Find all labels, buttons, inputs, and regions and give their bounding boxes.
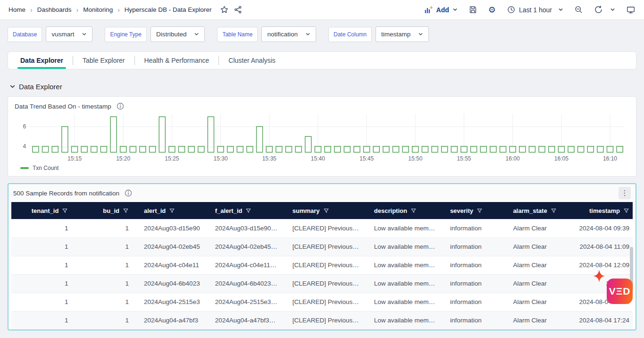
add-panel-button[interactable]: Add: [424, 5, 458, 15]
breadcrumb-item-home[interactable]: Home: [8, 6, 25, 13]
chart-bar[interactable]: [315, 146, 321, 152]
chart-bar[interactable]: [276, 146, 282, 152]
breadcrumb-item-dashboards[interactable]: Dashboards: [37, 6, 72, 13]
share-icon[interactable]: [234, 5, 243, 14]
column-header-description[interactable]: description: [367, 202, 443, 219]
column-header-severity[interactable]: severity: [443, 202, 506, 219]
kebab-menu-icon[interactable]: ⋮: [619, 187, 631, 199]
column-header-bu-id[interactable]: bu_id: [75, 202, 136, 219]
chart-bar[interactable]: [227, 146, 234, 152]
chart-bar[interactable]: [558, 146, 564, 152]
chart-bar[interactable]: [325, 146, 331, 152]
chart-bar[interactable]: [159, 117, 165, 152]
chart-bar[interactable]: [208, 117, 214, 152]
tab-data-explorer[interactable]: Data Explorer: [13, 52, 71, 69]
chart-bar[interactable]: [198, 146, 204, 152]
chart-bar[interactable]: [217, 146, 224, 152]
info-icon[interactable]: [125, 189, 132, 197]
chart-bar[interactable]: [247, 146, 253, 152]
chart-bar[interactable]: [100, 146, 107, 152]
chart-bar[interactable]: [412, 146, 418, 152]
chart-bar[interactable]: [383, 146, 389, 152]
chart-bar[interactable]: [568, 146, 574, 152]
refresh-interval-chevron-icon[interactable]: [610, 7, 615, 12]
chart-bar[interactable]: [120, 146, 126, 152]
chart-bar[interactable]: [305, 136, 311, 152]
gear-icon[interactable]: ⚙: [488, 6, 496, 14]
chart-bar[interactable]: [490, 146, 496, 152]
chart-bar[interactable]: [130, 146, 136, 152]
chart-bar[interactable]: [519, 146, 526, 152]
chart-bar[interactable]: [178, 146, 184, 152]
time-range-selector[interactable]: Last 1 hour: [507, 5, 563, 14]
filter-funnel-icon[interactable]: [551, 208, 557, 214]
chart-bar[interactable]: [33, 146, 39, 152]
filter-dropdown-date-column[interactable]: timestamp: [376, 26, 429, 42]
favorite-star-icon[interactable]: [220, 5, 229, 14]
chart-bar[interactable]: [344, 146, 350, 152]
chart-bar[interactable]: [442, 146, 448, 152]
tab-health-performance[interactable]: Health & Performance: [137, 52, 217, 69]
breadcrumb-item-monitoring[interactable]: Monitoring: [83, 6, 113, 13]
column-header-summary[interactable]: summary: [285, 202, 367, 219]
chart-bar[interactable]: [42, 146, 49, 152]
column-header-timestamp[interactable]: timestamp: [571, 202, 633, 219]
column-header-f-alert-id[interactable]: f_alert_id: [208, 202, 285, 219]
chart-bar[interactable]: [150, 146, 156, 152]
chart-bar[interactable]: [432, 146, 438, 152]
chart-bar[interactable]: [510, 146, 516, 152]
tab-cluster-analysis[interactable]: Cluster Analysis: [221, 52, 283, 69]
chart-bar[interactable]: [285, 146, 292, 152]
section-toggle-data-explorer[interactable]: Data Explorer: [9, 83, 636, 91]
filter-funnel-icon[interactable]: [123, 208, 129, 214]
chart-legend-txn-count[interactable]: Txn Count: [20, 165, 629, 171]
chart-bar[interactable]: [71, 146, 77, 152]
chart-bar[interactable]: [354, 146, 360, 152]
column-header-tenant-id[interactable]: tenant_id: [11, 202, 75, 219]
column-header-alarm-state[interactable]: alarm_state: [505, 202, 571, 219]
filter-dropdown-table-name[interactable]: notification: [261, 26, 316, 42]
chart-bar[interactable]: [529, 146, 535, 152]
chart-bar[interactable]: [110, 117, 117, 152]
filter-funnel-icon[interactable]: [169, 208, 175, 214]
txn-count-bar-chart[interactable]: 4615:1515:2015:2515:3015:3515:4015:4515:…: [15, 113, 629, 164]
chart-bar[interactable]: [539, 146, 545, 152]
tab-table-explorer[interactable]: Table Explorer: [75, 52, 133, 69]
chart-bar[interactable]: [480, 146, 486, 152]
chart-bar[interactable]: [257, 127, 263, 152]
chart-bar[interactable]: [335, 146, 341, 152]
chart-bar[interactable]: [373, 146, 379, 152]
chart-bar[interactable]: [91, 146, 97, 152]
chart-bar[interactable]: [471, 146, 477, 152]
chart-bar[interactable]: [169, 146, 175, 152]
chart-bar[interactable]: [364, 146, 370, 152]
chart-bar[interactable]: [237, 146, 243, 152]
info-icon[interactable]: [117, 102, 124, 110]
chart-bar[interactable]: [451, 146, 457, 152]
chart-bar[interactable]: [295, 146, 301, 152]
chart-bar[interactable]: [587, 146, 594, 152]
filter-funnel-icon[interactable]: [245, 208, 251, 214]
zoom-out-icon[interactable]: [574, 5, 583, 14]
chart-bar[interactable]: [266, 146, 272, 152]
filter-funnel-icon[interactable]: [410, 208, 417, 214]
filter-dropdown-engine-type[interactable]: Distributed: [151, 26, 205, 42]
column-header-alert-id[interactable]: alert_id: [136, 202, 208, 219]
filter-funnel-icon[interactable]: [623, 208, 629, 214]
chart-bar[interactable]: [549, 146, 555, 152]
filter-funnel-icon[interactable]: [62, 208, 68, 214]
chart-bar[interactable]: [140, 146, 146, 152]
chart-bar[interactable]: [393, 146, 399, 152]
chart-bar[interactable]: [597, 146, 603, 152]
chart-bar[interactable]: [81, 146, 87, 152]
filter-funnel-icon[interactable]: [477, 208, 483, 214]
chart-bar[interactable]: [188, 146, 194, 152]
chart-bar[interactable]: [461, 146, 467, 152]
chart-bar[interactable]: [578, 146, 584, 152]
chart-bar[interactable]: [422, 146, 428, 152]
monitor-icon[interactable]: [626, 5, 636, 15]
filter-funnel-icon[interactable]: [323, 208, 329, 214]
save-icon[interactable]: [468, 5, 477, 14]
refresh-icon[interactable]: [594, 5, 603, 14]
chart-bar[interactable]: [402, 146, 409, 152]
